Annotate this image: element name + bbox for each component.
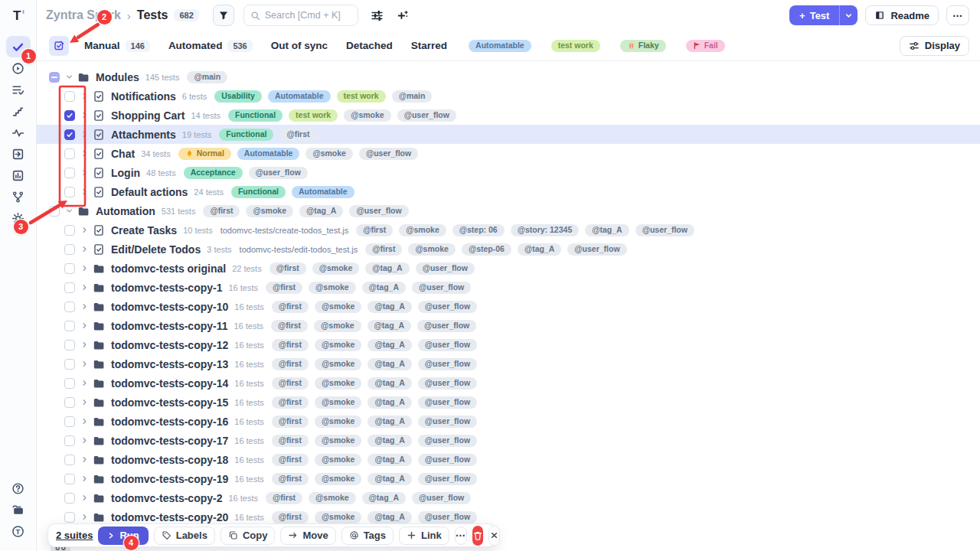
- tag-pill[interactable]: @first: [272, 473, 309, 485]
- tag-pill[interactable]: @tag_A: [368, 511, 411, 523]
- label-pill-automatable[interactable]: Automatable: [469, 40, 531, 52]
- label-pill[interactable]: Automatable: [268, 90, 331, 103]
- folder-name[interactable]: Automation: [96, 205, 155, 217]
- chevron-right-icon[interactable]: [79, 187, 90, 197]
- tree-row[interactable]: Attachments19 testsFunctional@first: [37, 125, 980, 144]
- tag-pill[interactable]: @smoke: [315, 416, 362, 428]
- tag-pill[interactable]: @smoke: [315, 511, 362, 523]
- ai-sparkle-icon[interactable]: [396, 9, 409, 22]
- label-pill-test-work[interactable]: test work: [551, 40, 600, 52]
- row-checkbox[interactable]: [64, 435, 75, 446]
- chevron-down-icon[interactable]: [64, 206, 74, 217]
- tag-pill[interactable]: @first: [272, 301, 309, 313]
- tag-pill[interactable]: @smoke: [315, 435, 362, 447]
- tag-pill[interactable]: @tag_A: [362, 282, 406, 294]
- tag-pill[interactable]: @user_flow: [418, 358, 477, 370]
- tag-pill[interactable]: @user_flow: [359, 148, 418, 160]
- tag-pill[interactable]: @tag_A: [368, 339, 411, 351]
- filter-starred[interactable]: Starred: [411, 40, 447, 51]
- tag-pill[interactable]: @smoke: [315, 377, 362, 390]
- chevron-right-icon[interactable]: [79, 110, 90, 121]
- sidebar-item-branches[interactable]: [6, 186, 31, 207]
- row-checkbox[interactable]: [64, 187, 75, 197]
- tag-pill[interactable]: @tag_A: [368, 454, 411, 466]
- row-checkbox[interactable]: [64, 397, 75, 408]
- chevron-right-icon[interactable]: [79, 397, 90, 408]
- tag-pill[interactable]: @story: 12345: [511, 224, 580, 236]
- tag-pill[interactable]: @user_flow: [249, 167, 308, 179]
- tag-pill[interactable]: @smoke: [246, 205, 293, 217]
- move-button[interactable]: Move: [280, 527, 335, 545]
- tree-row[interactable]: todomvc-tests-copy-216 tests@first@smoke…: [37, 488, 980, 507]
- chevron-right-icon[interactable]: [79, 378, 90, 389]
- row-checkbox[interactable]: [64, 168, 75, 178]
- chevron-right-icon[interactable]: [79, 416, 90, 427]
- tag-pill[interactable]: @first: [272, 454, 309, 466]
- suite-name[interactable]: Edit/Delete Todos: [111, 243, 201, 256]
- label-pill[interactable]: Acceptance: [184, 167, 243, 179]
- tag-pill[interactable]: @first: [272, 416, 309, 428]
- row-checkbox[interactable]: [64, 321, 75, 331]
- tag-pill[interactable]: @first: [272, 339, 309, 351]
- tag-pill[interactable]: @smoke: [315, 358, 362, 370]
- sidebar-item-test-plans[interactable]: [6, 79, 31, 100]
- tag-pill[interactable]: @first: [203, 205, 240, 217]
- tag-pill[interactable]: @first: [266, 492, 302, 504]
- tree-row[interactable]: todomvc-tests-copy-1016 tests@first@smok…: [37, 297, 980, 316]
- tag-pill[interactable]: @tag_A: [365, 262, 409, 275]
- folder-name[interactable]: todomvc-tests-copy-11: [111, 320, 227, 332]
- tag-pill[interactable]: @smoke: [314, 320, 361, 332]
- tag-pill[interactable]: @first: [272, 511, 309, 523]
- adjustments-icon[interactable]: [371, 9, 384, 22]
- suite-name[interactable]: Login: [111, 167, 140, 179]
- tag-pill[interactable]: @smoke: [315, 454, 362, 466]
- row-checkbox[interactable]: [64, 225, 75, 236]
- tree-row[interactable]: Create Tasks10 teststodomvc-tests/create…: [37, 220, 980, 240]
- chevron-right-icon[interactable]: [79, 244, 90, 255]
- filter-manual[interactable]: Manual146: [84, 40, 150, 52]
- chevron-right-icon[interactable]: [79, 474, 90, 484]
- tag-pill[interactable]: @user_flow: [418, 416, 477, 428]
- tag-pill[interactable]: @smoke: [344, 109, 391, 122]
- tag-pill[interactable]: @first: [272, 377, 309, 390]
- sidebar-item-projects[interactable]: [6, 499, 31, 520]
- sidebar-item-help[interactable]: [6, 478, 31, 499]
- row-checkbox[interactable]: [64, 493, 75, 504]
- suite-name[interactable]: Default actions: [111, 186, 188, 198]
- label-pill[interactable]: Automatable: [237, 148, 300, 160]
- tree-row[interactable]: Default actions24 testsFunctionalAutomat…: [37, 182, 980, 201]
- tag-pill[interactable]: @smoke: [309, 282, 356, 294]
- copy-button[interactable]: Copy: [220, 527, 276, 545]
- tag-pill[interactable]: @user_flow: [418, 435, 477, 447]
- tag-pill[interactable]: @tag_A: [518, 243, 561, 256]
- chevron-right-icon[interactable]: [79, 493, 90, 504]
- search-box[interactable]: [243, 5, 358, 26]
- tag-pill[interactable]: @user_flow: [349, 205, 408, 217]
- label-pill-fail[interactable]: Fail: [686, 40, 725, 52]
- chevron-right-icon[interactable]: [79, 148, 90, 159]
- folder-name[interactable]: todomvc-tests-copy-1: [111, 282, 222, 294]
- tree-row[interactable]: todomvc-tests-copy-1716 tests@first@smok…: [37, 431, 980, 450]
- readme-button[interactable]: Readme: [865, 5, 939, 25]
- bar-more-button[interactable]: ⋯: [455, 527, 467, 545]
- new-test-dropdown-button[interactable]: [839, 5, 858, 25]
- filter-automated[interactable]: Automated536: [168, 40, 253, 52]
- tree-row[interactable]: Edit/Delete Todos3 teststodomvc-tests/ed…: [37, 240, 980, 259]
- row-checkbox[interactable]: [64, 455, 75, 465]
- tag-pill[interactable]: @user_flow: [412, 492, 471, 504]
- tree-row[interactable]: Notifications6 testsUsabilityAutomatable…: [37, 86, 980, 106]
- suite-name[interactable]: Create Tasks: [111, 224, 177, 236]
- chevron-right-icon[interactable]: [79, 91, 90, 102]
- tag-pill[interactable]: @smoke: [408, 243, 456, 256]
- sidebar-item-profile[interactable]: T: [6, 520, 31, 542]
- close-selection-button[interactable]: [488, 526, 500, 546]
- tag-pill[interactable]: @step: 06: [452, 224, 505, 236]
- tag-pill[interactable]: @first: [270, 262, 306, 275]
- tag-pill[interactable]: @user_flow: [418, 473, 477, 485]
- tag-pill[interactable]: @first: [365, 243, 402, 256]
- label-pill[interactable]: Automatable: [292, 186, 354, 198]
- tree-row[interactable]: todomvc-tests-copy-1416 tests@first@smok…: [37, 373, 980, 393]
- label-pill[interactable]: Usability: [214, 90, 262, 103]
- tree-row[interactable]: todomvc-tests-copy-1216 tests@first@smok…: [37, 335, 980, 354]
- tag-pill[interactable]: @tag_A: [368, 301, 411, 313]
